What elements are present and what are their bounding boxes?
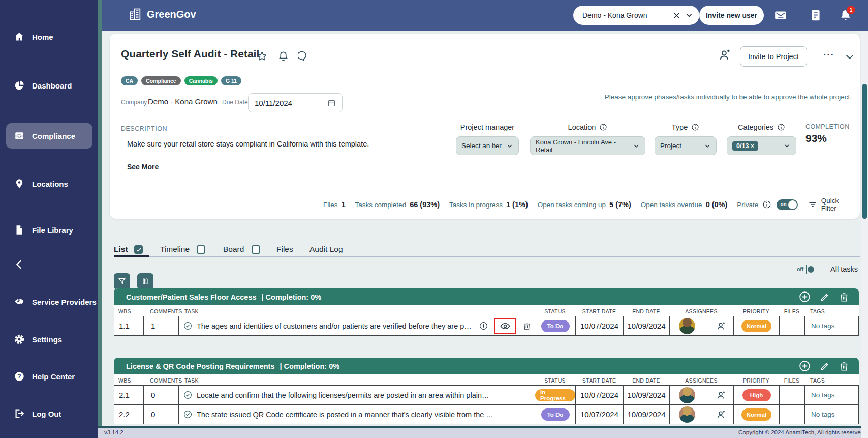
info-icon[interactable] <box>777 123 785 131</box>
location-select[interactable]: Kona Grown - Lincoln Ave - Retail <box>530 136 645 155</box>
info-icon[interactable] <box>599 123 607 131</box>
chevron-down-icon[interactable] <box>685 11 693 19</box>
status-badge[interactable]: In Progress <box>535 389 575 401</box>
tab-list-checkbox[interactable] <box>134 245 143 254</box>
calendar-icon <box>327 99 336 107</box>
project-manager-select[interactable]: Select an iter <box>456 136 519 155</box>
end-date-cell[interactable]: 10/09/2024 <box>624 386 670 404</box>
collapse-chevron-icon[interactable] <box>845 52 855 62</box>
delete-trash-icon[interactable] <box>839 291 850 303</box>
end-date-cell[interactable]: 10/09/2024 <box>624 405 670 424</box>
private-toggle[interactable]: on <box>777 199 797 210</box>
task-text[interactable]: The ages and identities of customers and… <box>197 322 475 330</box>
sidebar-item-logout[interactable]: Log Out <box>0 403 98 424</box>
mail-icon[interactable] <box>774 9 787 22</box>
tab-timeline-checkbox[interactable] <box>197 245 205 254</box>
see-more-link[interactable]: See More <box>127 163 159 171</box>
more-options-button[interactable]: ... <box>823 47 834 58</box>
info-icon[interactable] <box>691 123 699 131</box>
completion-value: 93% <box>805 132 827 144</box>
filter-lines-icon[interactable] <box>808 200 817 209</box>
edit-pencil-icon[interactable] <box>819 291 830 303</box>
end-date-cell[interactable]: 10/09/2024 <box>624 316 670 335</box>
company-selector[interactable]: Demo - Kona Grown <box>573 6 699 25</box>
task-text[interactable]: Locate and confirm that the following li… <box>197 391 532 399</box>
files-cell <box>780 405 805 424</box>
clear-icon[interactable] <box>673 12 680 19</box>
expand-plus-icon[interactable] <box>479 321 488 331</box>
star-icon[interactable] <box>256 50 268 62</box>
priority-badge[interactable]: Normal <box>741 408 772 421</box>
tags-cell[interactable]: No tags <box>805 316 859 335</box>
status-badge[interactable]: To Do <box>541 408 570 421</box>
notes-icon[interactable] <box>809 9 822 22</box>
tab-list[interactable]: List <box>114 245 128 254</box>
footer-bar: v3.14.2 Copyright © 2024 AnamiTech, All … <box>98 428 868 438</box>
tab-board[interactable]: Board <box>223 245 244 254</box>
eye-icon[interactable] <box>499 320 512 332</box>
sidebar-item-settings[interactable]: Settings <box>0 329 98 349</box>
columns-button[interactable] <box>137 273 153 289</box>
all-tasks-toggle[interactable]: off <box>806 265 807 274</box>
app-name: GreenGov <box>147 9 196 20</box>
due-date-input[interactable]: 10/11/2024 <box>248 93 343 112</box>
phase-completion: | Completion: 0% <box>280 362 339 370</box>
start-date-cell[interactable]: 10/07/2024 <box>576 386 624 404</box>
categories-chip: 0/13 × <box>732 141 758 151</box>
add-assignee-icon[interactable] <box>716 409 727 420</box>
sidebar-item-service-providers[interactable]: Service Providers <box>0 291 98 312</box>
sidebar-item-dashboard[interactable]: Dashboard <box>0 75 98 96</box>
sidebar-collapse-button[interactable] <box>0 254 30 275</box>
sidebar-item-locations[interactable]: Locations <box>0 173 98 194</box>
delete-trash-icon[interactable] <box>839 361 850 372</box>
add-task-icon[interactable] <box>798 290 811 303</box>
tags-cell[interactable]: No tags <box>805 405 859 424</box>
type-select[interactable]: Project <box>655 136 717 155</box>
sidebar-item-help-center[interactable]: ? Help Center <box>0 366 98 387</box>
comment-icon[interactable] <box>298 50 309 62</box>
assignee-avatar[interactable] <box>679 318 695 334</box>
tab-board-checkbox[interactable] <box>252 245 260 254</box>
add-user-icon[interactable] <box>718 48 732 62</box>
assignees-cell <box>670 316 734 335</box>
delete-trash-icon[interactable] <box>522 321 532 331</box>
add-task-icon[interactable] <box>798 360 811 372</box>
tab-files[interactable]: Files <box>276 245 293 254</box>
filter-button[interactable] <box>114 273 130 289</box>
bell-icon[interactable] <box>277 50 289 62</box>
sidebar-item-compliance[interactable]: Compliance <box>0 126 98 146</box>
priority-badge[interactable]: High <box>742 389 771 401</box>
sidebar: Home Dashboard Compliance Locations File… <box>0 0 98 438</box>
handshake-icon <box>14 296 25 307</box>
assignee-avatar[interactable] <box>679 406 695 423</box>
quick-filter-button[interactable]: Quick Filter <box>821 197 854 212</box>
tab-audit-log[interactable]: Audit Log <box>309 245 343 254</box>
start-date-cell[interactable]: 10/07/2024 <box>576 316 624 335</box>
priority-badge[interactable]: Normal <box>741 320 772 332</box>
start-date-cell[interactable]: 10/07/2024 <box>576 405 624 424</box>
add-assignee-icon[interactable] <box>716 320 727 332</box>
scrollbar-thumb[interactable] <box>862 84 867 219</box>
tab-timeline[interactable]: Timeline <box>160 245 190 254</box>
task-text[interactable]: The state issued QR Code certificate is … <box>197 411 532 419</box>
invite-new-user-button[interactable]: Invite new user <box>699 6 764 25</box>
tags-cell[interactable]: No tags <box>805 386 859 404</box>
table-header-row: WBS COMMENTS TASK STATUS START DATE END … <box>114 305 859 316</box>
description-label: DESCRIPTION <box>121 125 167 132</box>
invite-to-project-button[interactable]: Invite to Project <box>740 46 807 67</box>
sidebar-item-file-library[interactable]: File Library <box>0 220 98 240</box>
status-badge[interactable]: To Do <box>541 320 570 332</box>
info-icon[interactable] <box>762 200 771 209</box>
assignee-avatar[interactable] <box>679 387 695 403</box>
check-circle-icon[interactable] <box>183 321 193 331</box>
categories-select[interactable]: 0/13 × <box>727 136 796 155</box>
edit-pencil-icon[interactable] <box>819 361 830 372</box>
chevron-left-icon <box>14 259 25 270</box>
check-circle-icon[interactable] <box>183 390 193 400</box>
status-cell: To Do <box>535 405 576 424</box>
sidebar-item-home[interactable]: Home <box>0 26 98 47</box>
check-circle-icon[interactable] <box>183 410 193 419</box>
add-assignee-icon[interactable] <box>716 390 727 401</box>
files-cell <box>780 316 805 335</box>
notifications-bell-icon[interactable]: 1 <box>839 9 852 22</box>
